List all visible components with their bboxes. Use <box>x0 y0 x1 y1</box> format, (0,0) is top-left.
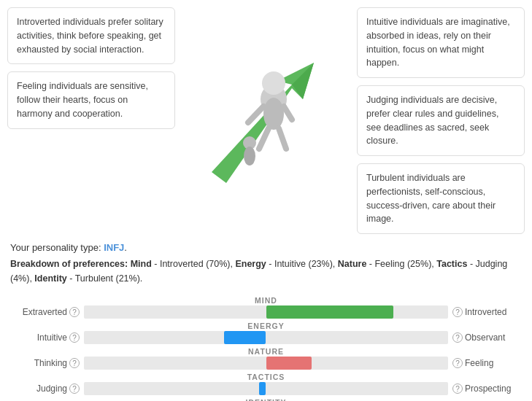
breakdown-prefix: Breakdown of preferences: <box>10 259 131 269</box>
bar-left-text: Judging <box>36 384 67 394</box>
bar-right-label-nature: ?Feeling <box>452 358 522 368</box>
bar-left-text: Extraverted <box>23 307 67 317</box>
card-judging-text: Judging individuals are decisive, prefer… <box>366 95 498 146</box>
svg-point-10 <box>244 147 255 166</box>
bar-track-nature <box>84 357 448 370</box>
svg-point-4 <box>263 98 284 130</box>
bar-right-text: Prospecting <box>465 384 511 394</box>
right-cards: Intuitive individuals are imaginative, a… <box>357 7 525 234</box>
bar-track-tactics <box>84 382 448 395</box>
personality-prefix: Your personality type: <box>10 242 104 253</box>
bar-left-text: Thinking <box>34 358 67 368</box>
center-image-area <box>182 7 350 234</box>
bar-left-label-mind: Extraverted? <box>10 307 80 317</box>
bar-section-title-energy: ENERGY <box>10 322 522 330</box>
svg-line-8 <box>279 128 286 149</box>
personality-type-line: Your personality type: INFJ. <box>10 242 522 253</box>
card-turbulent-text: Turbulent individuals are perfectionists… <box>366 173 496 224</box>
question-mark-right[interactable]: ? <box>452 358 463 368</box>
bar-fill-energy <box>224 331 266 344</box>
bar-track-energy <box>84 331 448 344</box>
svg-line-6 <box>284 106 292 120</box>
bar-section-title-tactics: TACTICS <box>10 373 522 381</box>
bar-group-identity: IDENTITYAssertive??Turbulent <box>10 398 522 401</box>
question-mark-right[interactable]: ? <box>452 384 463 394</box>
bar-group-mind: MINDExtraverted??Introverted <box>10 296 522 319</box>
bar-group-nature: NATUREThinking??Feeling <box>10 347 522 370</box>
bar-section-title-identity: IDENTITY <box>10 398 522 401</box>
personality-period: . <box>124 242 127 253</box>
bar-left-text: Intuitive <box>37 332 67 343</box>
bar-section-title-mind: MIND <box>10 296 522 305</box>
question-mark-left[interactable]: ? <box>69 384 80 394</box>
left-cards: Introverted individuals prefer solitary … <box>7 7 175 234</box>
bottom-section: Your personality type: INFJ. Breakdown o… <box>0 238 532 401</box>
card-judging: Judging individuals are decisive, prefer… <box>357 85 525 156</box>
personality-figure <box>197 41 336 201</box>
bar-left-label-tactics: Judging? <box>10 384 80 394</box>
question-mark-left[interactable]: ? <box>69 307 80 317</box>
bar-fill-nature <box>266 357 312 370</box>
card-feeling: Feeling individuals are sensitive, follo… <box>7 71 175 128</box>
bar-row-mind: Extraverted??Introverted <box>10 305 522 319</box>
card-intuitive-text: Intuitive individuals are imaginative, a… <box>366 17 510 68</box>
bars-section: MINDExtraverted??IntrovertedENERGYIntuit… <box>10 296 522 401</box>
bar-right-label-energy: ?Observant <box>452 332 522 343</box>
card-turbulent: Turbulent individuals are perfectionists… <box>357 163 525 234</box>
bar-row-tactics: Judging??Prospecting <box>10 382 522 395</box>
bar-group-tactics: TACTICSJudging??Prospecting <box>10 373 522 395</box>
bar-row-energy: Intuitive??Observant <box>10 331 522 344</box>
question-mark-left[interactable]: ? <box>69 332 80 343</box>
question-mark-left[interactable]: ? <box>69 358 80 368</box>
bar-fill-mind <box>266 305 394 319</box>
bar-right-text: Observant <box>465 332 505 343</box>
bar-row-nature: Thinking??Feeling <box>10 357 522 370</box>
bar-right-text: Feeling <box>465 358 493 368</box>
breakdown-line: Breakdown of preferences: Mind - Introve… <box>10 257 522 286</box>
bar-section-title-nature: NATURE <box>10 347 522 356</box>
bar-left-label-nature: Thinking? <box>10 358 80 368</box>
bar-left-label-energy: Intuitive? <box>10 332 80 343</box>
bar-right-label-tactics: ?Prospecting <box>452 384 522 394</box>
question-mark-right[interactable]: ? <box>452 332 463 343</box>
bar-right-label-mind: ?Introverted <box>452 307 522 317</box>
bar-right-text: Introverted <box>465 307 506 317</box>
card-feeling-text: Feeling individuals are sensitive, follo… <box>17 81 148 119</box>
svg-point-3 <box>262 71 285 95</box>
card-introverted-text: Introverted individuals prefer solitary … <box>17 17 163 55</box>
top-section: Introverted individuals prefer solitary … <box>0 0 532 238</box>
bar-fill-tactics <box>259 382 266 395</box>
card-intuitive: Intuitive individuals are imaginative, a… <box>357 7 525 78</box>
personality-type-link[interactable]: INFJ <box>104 242 124 253</box>
bar-group-energy: ENERGYIntuitive??Observant <box>10 322 522 344</box>
question-mark-right[interactable]: ? <box>452 307 463 317</box>
bar-track-mind <box>84 305 448 319</box>
card-introverted: Introverted individuals prefer solitary … <box>7 7 175 64</box>
